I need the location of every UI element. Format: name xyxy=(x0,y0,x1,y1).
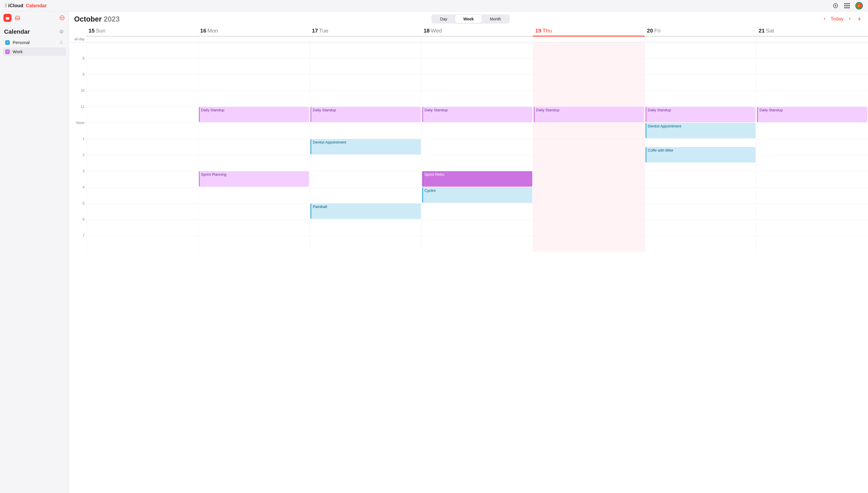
event[interactable]: Daily Standup xyxy=(534,107,644,122)
day-column-17[interactable]: Daily StandupDentist AppointmentPaintbal… xyxy=(310,42,421,252)
all-day-cell[interactable] xyxy=(756,37,868,42)
day-number: 16 xyxy=(200,28,206,34)
day-header-21[interactable]: 21Sat xyxy=(756,25,868,37)
event-color-bar xyxy=(311,139,311,154)
day-column-15[interactable] xyxy=(86,42,198,252)
event[interactable]: Coffe with Mike xyxy=(645,147,756,163)
hour-row: 4 xyxy=(69,187,86,203)
next-week-icon[interactable] xyxy=(846,15,853,23)
day-number: 19 xyxy=(535,28,541,34)
day-column-21[interactable]: Daily Standup xyxy=(756,42,868,252)
all-day-label: all-day xyxy=(69,37,86,42)
day-header-19[interactable]: 19Thu xyxy=(533,25,645,37)
event-color-bar xyxy=(422,107,423,122)
add-calendar-icon[interactable] xyxy=(58,28,65,35)
event-color-bar xyxy=(645,123,646,138)
hour-label: 11 xyxy=(81,105,85,109)
event-color-bar xyxy=(199,171,200,187)
event-title: Dentist Appointment xyxy=(313,140,346,144)
account-avatar[interactable] xyxy=(855,2,863,9)
checkbox-icon[interactable]: ✓ xyxy=(5,49,10,54)
day-header-18[interactable]: 18Wed xyxy=(421,25,533,37)
brand-icloud: iCloud xyxy=(8,3,23,8)
view-month-button[interactable]: Month xyxy=(482,15,509,23)
prev-week-icon[interactable] xyxy=(821,15,828,23)
day-of-week: Mon xyxy=(207,28,218,34)
event[interactable]: Cyclint xyxy=(422,187,532,203)
brand[interactable]:  iCloud Calendar xyxy=(5,3,47,8)
sidebar: Calendar ✓Personal✓Work xyxy=(0,12,69,493)
day-number: 20 xyxy=(647,28,653,34)
event[interactable]: Daily Standup xyxy=(199,107,309,122)
all-day-cell[interactable] xyxy=(645,37,756,42)
day-column-16[interactable]: Daily StandupSprint Planning xyxy=(198,42,310,252)
view-day-button[interactable]: Day xyxy=(432,15,455,23)
hour-label: 5 xyxy=(83,201,85,206)
day-column-20[interactable]: Daily StandupDentist AppointmentCoffe wi… xyxy=(645,42,756,252)
event[interactable]: Daily Standup xyxy=(645,107,756,122)
month-name: October xyxy=(74,15,102,23)
app-body: Calendar ✓Personal✓Work October 2023 Day… xyxy=(0,12,868,493)
event-title: Dentist Appointment xyxy=(648,124,681,128)
inbox-icon[interactable] xyxy=(14,15,21,21)
event-color-bar xyxy=(422,171,423,187)
day-column-19[interactable]: Daily Standup xyxy=(533,42,645,252)
app-grid-icon[interactable] xyxy=(844,3,850,9)
calendar-item-label: Personal xyxy=(13,40,30,45)
more-ellipsis-icon[interactable] xyxy=(59,15,65,21)
event[interactable]: Sprint Retro xyxy=(422,171,532,187)
year: 2023 xyxy=(104,15,120,23)
hour-row: 10 xyxy=(69,91,86,107)
day-header-15[interactable]: 15Sun xyxy=(86,25,198,37)
month-title: October 2023 xyxy=(74,15,119,23)
event-color-bar xyxy=(311,107,311,122)
day-header-17[interactable]: 17Tue xyxy=(310,25,421,37)
day-of-week: Tue xyxy=(319,28,328,34)
event[interactable]: Daily Standup xyxy=(757,107,867,122)
time-grid: 891011Noon1234567 Daily StandupSprint Pl… xyxy=(69,42,868,252)
checkbox-icon[interactable]: ✓ xyxy=(5,40,10,45)
event[interactable]: Daily Standup xyxy=(311,107,421,122)
event-title: Daily Standup xyxy=(648,108,671,112)
event-title: Daily Standup xyxy=(201,108,225,112)
day-column-18[interactable]: Daily StandupSprint RetroCyclint xyxy=(421,42,533,252)
day-header-16[interactable]: 16Mon xyxy=(198,25,310,37)
view-week-button[interactable]: Week xyxy=(455,15,482,23)
event[interactable]: Sprint Planning xyxy=(199,171,309,187)
day-number: 21 xyxy=(758,28,764,34)
add-circle-icon[interactable] xyxy=(832,3,839,9)
calendar-item-label: Work xyxy=(13,49,23,54)
day-number: 17 xyxy=(312,28,318,34)
hour-row: 11 xyxy=(69,107,86,123)
svg-point-6 xyxy=(61,18,62,18)
time-grid-scroll[interactable]: 891011Noon1234567 Daily StandupSprint Pl… xyxy=(69,42,868,493)
date-nav: Today + xyxy=(821,15,863,23)
event-title: Cyclint xyxy=(425,188,436,193)
calendar-item-personal[interactable]: ✓Personal xyxy=(3,38,66,47)
day-header-20[interactable]: 20Fri xyxy=(645,25,756,37)
event[interactable]: Paintball xyxy=(311,203,421,219)
sidebar-heading: Calendar xyxy=(0,24,69,37)
calendar-item-work[interactable]: ✓Work xyxy=(3,47,66,56)
event[interactable]: Daily Standup xyxy=(422,107,532,122)
all-day-cell[interactable] xyxy=(86,37,198,42)
event[interactable]: Dentist Appointment xyxy=(645,123,756,138)
day-of-week: Wed xyxy=(431,28,442,34)
sidebar-title: Calendar xyxy=(4,28,30,35)
today-button[interactable]: Today xyxy=(831,16,844,22)
event-color-bar xyxy=(422,187,423,203)
add-event-icon[interactable]: + xyxy=(855,15,863,23)
event-color-bar xyxy=(645,147,646,163)
hour-row: 7 xyxy=(69,236,86,252)
all-day-cell[interactable] xyxy=(533,37,645,42)
all-day-cell[interactable] xyxy=(310,37,421,42)
svg-point-12 xyxy=(61,41,62,42)
all-day-cell[interactable] xyxy=(198,37,310,42)
event-color-bar xyxy=(199,107,200,122)
day-of-week: Thu xyxy=(542,28,552,34)
calendar-app-icon[interactable] xyxy=(3,14,12,22)
day-of-week: Sun xyxy=(96,28,106,34)
event[interactable]: Dentist Appointment xyxy=(311,139,421,154)
all-day-cell[interactable] xyxy=(421,37,533,42)
event-title: Daily Standup xyxy=(425,108,448,112)
